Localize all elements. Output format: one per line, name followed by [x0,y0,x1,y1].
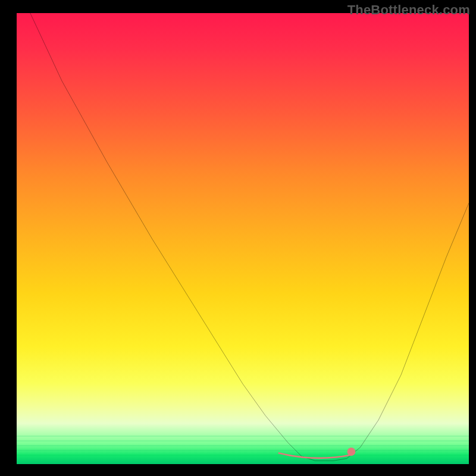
bottleneck-curve-path [30,13,469,461]
chart-frame: TheBottleneck.com [0,0,476,476]
curve-svg [17,13,469,464]
curve-marker-dot [347,447,356,456]
plot-area [17,13,469,464]
flat-region-highlight [279,453,352,458]
watermark-text: TheBottleneck.com [347,2,470,18]
